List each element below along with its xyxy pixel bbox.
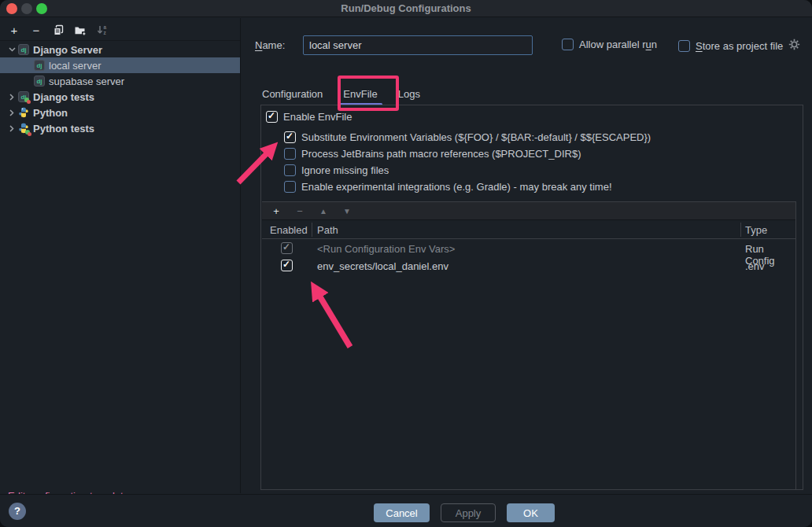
tree-item-label: local server xyxy=(49,60,101,72)
env-files-toolbar: + − ▲ ▼ xyxy=(262,202,795,220)
store-as-project-file-option[interactable]: Store as project file xyxy=(678,39,800,53)
env-files-table: + − ▲ ▼ Enabled Path Type <Run Configura… xyxy=(262,201,796,489)
sidebar-toolbar: + − az xyxy=(0,20,240,41)
ok-button[interactable]: OK xyxy=(507,503,555,522)
chevron-right-icon[interactable] xyxy=(6,125,18,132)
table-row-run-config-env-vars[interactable]: <Run Configuration Env Vars> Run Config xyxy=(262,240,795,257)
add-configuration-icon[interactable]: + xyxy=(7,24,21,38)
enable-envfile-option[interactable]: Enable EnvFile xyxy=(266,111,352,123)
configuration-editor: Name: Allow parallel run Store as projec… xyxy=(242,18,812,493)
tree-item-label: supabase server xyxy=(49,76,124,87)
copy-configuration-icon[interactable] xyxy=(51,24,65,38)
django-icon: dj xyxy=(34,60,45,71)
row-path: <Run Configuration Env Vars> xyxy=(317,243,455,255)
sort-configurations-icon[interactable]: az xyxy=(95,24,109,38)
tree-item-label: Django Server xyxy=(33,44,102,56)
table-header: Enabled Path Type xyxy=(262,221,795,239)
experimental-integrations-label: Enable experimental integrations (e.g. G… xyxy=(301,181,612,193)
tree-item-python[interactable]: Python xyxy=(0,105,240,120)
name-label: Name: xyxy=(255,39,285,51)
remove-env-file-icon[interactable]: − xyxy=(293,204,307,218)
window-title: Run/Debug Configurations xyxy=(0,2,812,14)
run-debug-configurations-dialog: Run/Debug Configurations + − az dj Djang… xyxy=(0,0,812,527)
experimental-integrations-checkbox[interactable] xyxy=(284,181,296,193)
remove-configuration-icon[interactable]: − xyxy=(29,24,43,38)
django-icon: dj xyxy=(34,76,45,87)
process-path-macros-checkbox[interactable] xyxy=(284,148,296,160)
substitute-env-vars-option[interactable]: Substitute Environment Variables (${FOO}… xyxy=(284,131,651,143)
add-env-file-icon[interactable]: + xyxy=(269,204,283,218)
substitute-env-vars-checkbox[interactable] xyxy=(284,131,296,143)
tree-item-label: Django tests xyxy=(33,91,94,103)
tab-configuration[interactable]: Configuration xyxy=(260,88,324,100)
move-down-icon[interactable]: ▼ xyxy=(340,204,354,218)
tree-item-local-server[interactable]: dj local server xyxy=(0,57,240,73)
row-enabled-checkbox xyxy=(281,242,293,254)
tree-item-django-tests[interactable]: dj Django tests xyxy=(0,89,240,105)
ignore-missing-files-checkbox[interactable] xyxy=(284,164,296,176)
row-enabled-checkbox[interactable] xyxy=(281,260,293,271)
ignore-missing-files-label: Ignore missing files xyxy=(301,164,389,176)
configurations-sidebar: + − az dj Django Server dj local server xyxy=(0,18,241,493)
experimental-integrations-option[interactable]: Enable experimental integrations (e.g. G… xyxy=(284,181,612,193)
column-header-path[interactable]: Path xyxy=(317,224,338,236)
chevron-down-icon[interactable] xyxy=(6,47,18,52)
allow-parallel-run-checkbox[interactable] xyxy=(562,39,574,50)
column-header-type[interactable]: Type xyxy=(745,224,767,236)
store-as-project-file-label: Store as project file xyxy=(696,40,783,52)
tab-logs[interactable]: Logs xyxy=(397,88,422,100)
row-type: .env xyxy=(745,260,765,272)
tree-item-supabase-server[interactable]: dj supabase server xyxy=(0,73,240,89)
tab-bar: Configuration EnvFile Logs xyxy=(260,82,422,105)
allow-parallel-run-option[interactable]: Allow parallel run xyxy=(562,39,657,50)
allow-parallel-run-label: Allow parallel run xyxy=(579,39,657,50)
enable-envfile-checkbox[interactable] xyxy=(266,111,278,123)
dialog-footer: ? Cancel Apply OK xyxy=(0,494,812,527)
ignore-missing-files-option[interactable]: Ignore missing files xyxy=(284,164,389,176)
help-icon[interactable]: ? xyxy=(9,503,26,520)
django-icon: dj xyxy=(18,44,29,55)
django-tests-icon: dj xyxy=(18,91,29,102)
tab-envfile[interactable]: EnvFile xyxy=(341,88,378,100)
tree-item-python-tests[interactable]: Python tests xyxy=(0,120,240,136)
name-input[interactable] xyxy=(303,35,533,55)
store-as-project-file-checkbox[interactable] xyxy=(678,40,690,52)
table-row-local-daniel-env[interactable]: env_secrets/local_daniel.env .env xyxy=(262,257,795,275)
row-path: env_secrets/local_daniel.env xyxy=(317,260,448,272)
envfile-tab-panel: Enable EnvFile Substitute Environment Va… xyxy=(260,105,803,490)
tree-item-label: Python tests xyxy=(33,123,94,135)
tree-item-django-server[interactable]: dj Django Server xyxy=(0,42,240,57)
apply-button[interactable]: Apply xyxy=(441,503,496,522)
move-up-icon[interactable]: ▲ xyxy=(316,204,330,218)
chevron-right-icon[interactable] xyxy=(6,109,18,116)
enable-envfile-label: Enable EnvFile xyxy=(283,111,352,123)
configurations-tree: dj Django Server dj local server dj supa… xyxy=(0,42,240,136)
svg-text:a: a xyxy=(104,24,107,30)
titlebar: Run/Debug Configurations xyxy=(0,0,812,17)
chevron-right-icon[interactable] xyxy=(6,94,18,101)
new-folder-icon[interactable] xyxy=(73,24,87,38)
process-path-macros-label: Process JetBrains path macro references … xyxy=(301,148,581,160)
gear-icon[interactable] xyxy=(788,39,800,53)
python-tests-icon xyxy=(18,123,29,134)
column-header-enabled[interactable]: Enabled xyxy=(270,224,308,236)
svg-text:z: z xyxy=(104,30,107,35)
cancel-button[interactable]: Cancel xyxy=(374,503,430,522)
process-path-macros-option[interactable]: Process JetBrains path macro references … xyxy=(284,148,581,160)
tree-item-label: Python xyxy=(33,107,68,119)
python-icon xyxy=(18,107,29,118)
substitute-env-vars-label: Substitute Environment Variables (${FOO}… xyxy=(301,131,651,143)
